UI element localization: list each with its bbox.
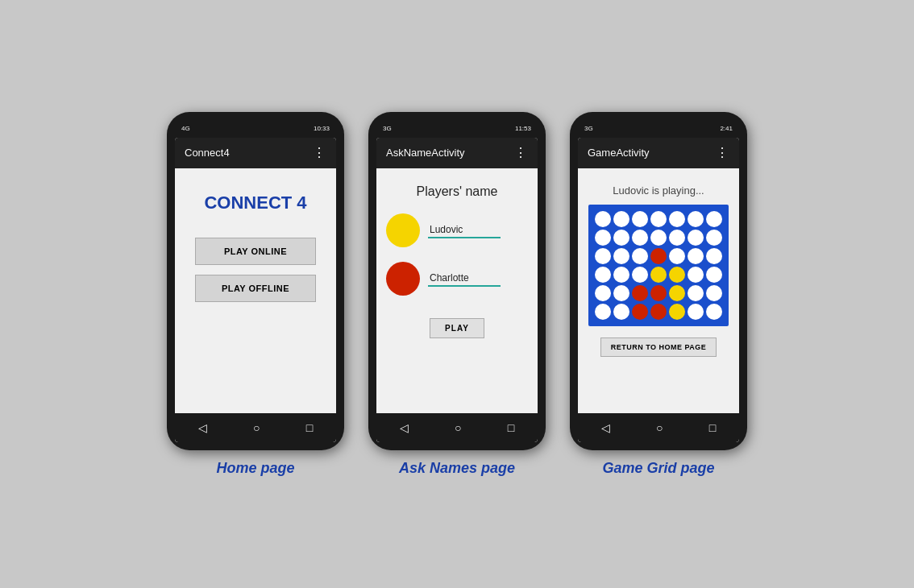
- grid-cell[interactable]: [669, 230, 685, 246]
- game-grid-content: Ludovic is playing... RETURN TO HOME PAG…: [578, 168, 739, 413]
- grid-cell[interactable]: [650, 285, 667, 301]
- game-grid-time: 2:41: [720, 125, 733, 132]
- home-phone: 4G 10:33 Connect4 ⋮ CONNECT 4 PLAY ONLIN…: [167, 112, 344, 450]
- play-button[interactable]: PLAY: [430, 318, 484, 338]
- recents-icon-2[interactable]: □: [508, 421, 514, 434]
- play-online-button[interactable]: PLAY ONLINE: [195, 238, 316, 265]
- grid-cell[interactable]: [632, 211, 648, 227]
- grid-cell[interactable]: [632, 304, 648, 320]
- home-action-bar: Connect4 ⋮: [175, 138, 336, 168]
- ask-names-status-bar: 3G 11:53: [376, 120, 538, 138]
- game-grid-app-title: GameActivity: [588, 147, 650, 159]
- ask-names-nav-bar: ◁ ○ □: [376, 413, 538, 442]
- home-phone-container: 4G 10:33 Connect4 ⋮ CONNECT 4 PLAY ONLIN…: [167, 112, 344, 477]
- home-content: CONNECT 4 PLAY ONLINE PLAY OFFLINE: [175, 168, 336, 413]
- grid-cell[interactable]: [706, 304, 722, 320]
- grid-cell[interactable]: [706, 267, 722, 283]
- grid-cell[interactable]: [669, 285, 685, 301]
- back-icon-2[interactable]: ◁: [400, 421, 409, 434]
- home-app-title: Connect4: [185, 147, 230, 159]
- grid-cell[interactable]: [688, 248, 704, 264]
- game-grid-status-bar: 3G 2:41: [578, 120, 739, 138]
- player2-row: [386, 262, 528, 296]
- grid-cell[interactable]: [595, 304, 611, 320]
- return-home-button[interactable]: RETURN TO HOME PAGE: [600, 337, 717, 357]
- game-grid-nav-bar: ◁ ○ □: [578, 413, 739, 442]
- player1-name-input[interactable]: [428, 222, 501, 238]
- ask-names-label: Ask Names page: [399, 460, 515, 477]
- grid-cell[interactable]: [613, 248, 629, 264]
- game-board: [588, 205, 729, 326]
- player1-row: [386, 213, 528, 247]
- home-icon-2[interactable]: ○: [455, 421, 461, 434]
- home-icon-3[interactable]: ○: [656, 421, 663, 434]
- grid-cell[interactable]: [706, 285, 722, 301]
- grid-cell[interactable]: [688, 211, 704, 227]
- grid-cell[interactable]: [613, 267, 629, 283]
- grid-cell[interactable]: [595, 248, 611, 264]
- grid-cell[interactable]: [613, 211, 629, 227]
- connect4-title: CONNECT 4: [204, 193, 306, 213]
- home-time: 10:33: [314, 125, 330, 132]
- back-icon-3[interactable]: ◁: [601, 421, 610, 434]
- ask-names-more-icon[interactable]: ⋮: [514, 145, 528, 160]
- game-grid-phone-container: 3G 2:41 GameActivity ⋮ Ludovic is playin…: [570, 112, 747, 477]
- recents-icon-3[interactable]: □: [709, 421, 716, 434]
- home-icon[interactable]: ○: [253, 421, 260, 434]
- home-more-icon[interactable]: ⋮: [313, 145, 326, 160]
- back-icon[interactable]: ◁: [198, 421, 207, 434]
- game-grid-cells: [595, 211, 722, 320]
- grid-cell[interactable]: [706, 230, 722, 246]
- ask-names-signal: 3G: [383, 125, 392, 132]
- grid-cell[interactable]: [688, 285, 704, 301]
- home-status-bar: 4G 10:33: [175, 120, 336, 138]
- grid-cell[interactable]: [669, 267, 685, 283]
- grid-cell[interactable]: [613, 304, 629, 320]
- grid-cell[interactable]: [650, 211, 667, 227]
- ask-names-action-bar: AskNameActivity ⋮: [376, 138, 538, 168]
- player1-circle: [386, 213, 420, 247]
- recents-icon[interactable]: □: [306, 421, 313, 434]
- grid-cell[interactable]: [595, 285, 611, 301]
- grid-cell[interactable]: [650, 230, 667, 246]
- grid-cell[interactable]: [632, 230, 648, 246]
- ask-names-title: Players' name: [417, 184, 498, 199]
- ask-names-content: Players' name PLAY: [376, 168, 538, 413]
- grid-cell[interactable]: [669, 211, 685, 227]
- playing-text: Ludovic is playing...: [613, 184, 704, 197]
- ask-names-app-title: AskNameActivity: [386, 147, 465, 159]
- grid-cell[interactable]: [669, 248, 685, 264]
- grid-cell[interactable]: [650, 304, 667, 320]
- home-label: Home page: [216, 460, 294, 477]
- grid-cell[interactable]: [595, 267, 611, 283]
- grid-cell[interactable]: [688, 304, 704, 320]
- grid-cell[interactable]: [632, 248, 648, 264]
- grid-cell[interactable]: [613, 230, 629, 246]
- home-signal: 4G: [181, 125, 190, 132]
- home-screen: Connect4 ⋮ CONNECT 4 PLAY ONLINE PLAY OF…: [175, 138, 336, 442]
- grid-cell[interactable]: [595, 230, 611, 246]
- home-nav-bar: ◁ ○ □: [175, 413, 336, 442]
- grid-cell[interactable]: [650, 267, 667, 283]
- ask-names-time: 11:53: [515, 125, 531, 132]
- grid-cell[interactable]: [632, 285, 648, 301]
- game-grid-signal: 3G: [584, 125, 593, 132]
- grid-cell[interactable]: [706, 211, 722, 227]
- grid-cell[interactable]: [595, 211, 611, 227]
- player2-name-input[interactable]: [428, 271, 501, 287]
- grid-cell[interactable]: [613, 285, 629, 301]
- ask-names-phone-container: 3G 11:53 AskNameActivity ⋮ Players' name…: [368, 112, 546, 477]
- game-grid-label: Game Grid page: [602, 460, 714, 477]
- grid-cell[interactable]: [669, 304, 685, 320]
- game-grid-more-icon[interactable]: ⋮: [716, 145, 729, 160]
- player2-circle: [386, 262, 420, 296]
- ask-names-screen: AskNameActivity ⋮ Players' name PLAY ◁ ○…: [376, 138, 538, 442]
- play-offline-button[interactable]: PLAY OFFLINE: [195, 275, 316, 302]
- grid-cell[interactable]: [706, 248, 722, 264]
- grid-cell[interactable]: [688, 267, 704, 283]
- grid-cell[interactable]: [688, 230, 704, 246]
- ask-names-phone: 3G 11:53 AskNameActivity ⋮ Players' name…: [368, 112, 546, 450]
- grid-cell[interactable]: [650, 248, 667, 264]
- grid-cell[interactable]: [632, 267, 648, 283]
- game-grid-phone: 3G 2:41 GameActivity ⋮ Ludovic is playin…: [570, 112, 747, 450]
